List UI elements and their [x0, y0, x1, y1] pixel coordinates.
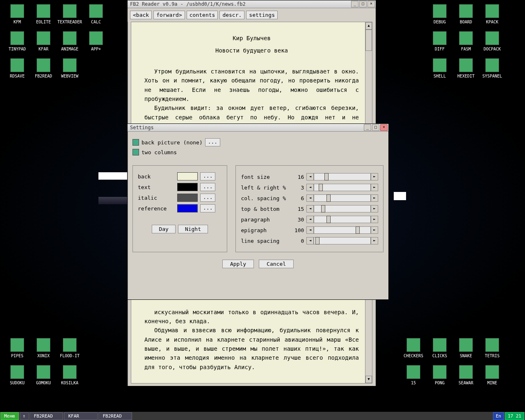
slider-track[interactable] [314, 184, 371, 191]
desktop-icon[interactable]: SUDOKU [4, 365, 30, 385]
settings-button[interactable]: settings [246, 11, 278, 19]
color-picker-button[interactable]: ... [200, 204, 215, 212]
browse-button[interactable]: ... [205, 138, 220, 146]
slider-left-icon[interactable]: ◄ [306, 216, 314, 223]
reference-color-swatch[interactable] [177, 204, 198, 212]
maximize-button[interactable]: □ [359, 1, 367, 7]
back-button[interactable]: <back [130, 11, 152, 19]
reader-titlebar[interactable]: FB2 Reader v0.9a - /usbhd0/1/K/news.fb2 … [128, 0, 376, 8]
desktop-icon[interactable]: CHECKERS [400, 338, 427, 358]
slider[interactable]: ◄► [306, 194, 378, 202]
desktop-icon[interactable]: GOMOKU [30, 365, 57, 385]
slider-left-icon[interactable]: ◄ [306, 184, 314, 191]
slider-left-icon[interactable]: ◄ [306, 226, 314, 234]
desktop-icon[interactable]: CALC [83, 4, 109, 24]
forward-button[interactable]: forward> [153, 11, 185, 19]
color-picker-button[interactable]: ... [200, 183, 215, 191]
slider-right-icon[interactable]: ► [371, 194, 378, 202]
slider-left-icon[interactable]: ◄ [306, 237, 314, 244]
slider-thumb[interactable] [326, 194, 331, 202]
slider-left-icon[interactable]: ◄ [306, 205, 314, 212]
close-button[interactable]: × [380, 124, 388, 131]
task-button[interactable]: FB2READ [30, 412, 63, 420]
color-picker-button[interactable]: ... [200, 194, 215, 202]
slider-track[interactable] [314, 237, 371, 244]
desktop-icon[interactable]: FB2READ [30, 58, 57, 78]
desktop-icon[interactable]: FLOOD-IT [57, 338, 83, 358]
scroll-thumb[interactable] [365, 30, 372, 51]
checkbox-icon[interactable] [132, 139, 139, 146]
slider-right-icon[interactable]: ► [371, 216, 378, 223]
scroll-up-icon[interactable]: ▲ [365, 22, 372, 30]
desktop-icon[interactable]: TINYPAD [4, 31, 30, 51]
desktop-icon[interactable]: TETRIS [479, 338, 505, 358]
desktop-icon[interactable]: EOLITE [30, 4, 57, 24]
desktop-icon[interactable]: KFAR [30, 31, 57, 51]
descr-button[interactable]: descr. [219, 11, 244, 19]
taskbar-button[interactable]: ⇑ [20, 412, 29, 420]
italic-color-swatch[interactable] [177, 194, 198, 202]
desktop-icon[interactable]: TEXTREADER [57, 4, 83, 24]
slider-thumb[interactable] [321, 205, 325, 212]
two-columns-checkbox[interactable]: two columns [132, 149, 383, 155]
desktop-icon[interactable]: PONG [427, 365, 453, 385]
desktop-icon[interactable]: BOARD [453, 4, 479, 24]
settings-titlebar[interactable]: Settings _ □ × [128, 124, 388, 132]
lang-button[interactable]: En [493, 412, 504, 420]
night-button[interactable]: Night [178, 225, 208, 233]
desktop-icon[interactable]: SEAWAR [453, 365, 479, 385]
task-button[interactable]: FB2READ [98, 412, 132, 420]
desktop-icon[interactable]: SNAKE [453, 338, 479, 358]
menu-button[interactable]: Меню [0, 412, 19, 420]
desktop-icon[interactable]: RDSAVE [4, 58, 30, 78]
slider-right-icon[interactable]: ► [371, 173, 378, 180]
slider[interactable]: ◄► [306, 216, 378, 223]
desktop-icon[interactable]: KFM [4, 4, 30, 24]
desktop-icon[interactable]: XONIX [30, 338, 57, 358]
slider[interactable]: ◄► [306, 205, 378, 212]
slider[interactable]: ◄► [306, 226, 378, 234]
desktop-icon[interactable]: DIFF [427, 31, 453, 51]
slider-thumb[interactable] [324, 173, 329, 180]
slider-thumb[interactable] [319, 184, 323, 191]
slider-track[interactable] [314, 226, 371, 234]
slider-left-icon[interactable]: ◄ [306, 173, 314, 180]
desktop-icon[interactable]: PIPES [4, 338, 30, 358]
slider-right-icon[interactable]: ► [371, 184, 378, 191]
slider-track[interactable] [314, 194, 371, 202]
minimize-button[interactable]: _ [351, 1, 358, 7]
desktop-icon[interactable]: KPACK [479, 4, 505, 24]
slider-thumb[interactable] [326, 216, 331, 223]
desktop-icon[interactable]: DOCPACK [479, 31, 505, 51]
color-picker-button[interactable]: ... [200, 172, 215, 180]
desktop-icon[interactable]: FASM [453, 31, 479, 51]
slider[interactable]: ◄► [306, 184, 378, 191]
slider-thumb[interactable] [315, 237, 320, 244]
close-button[interactable]: × [368, 1, 375, 7]
desktop-icon[interactable]: KOSILKA [57, 365, 83, 385]
apply-button[interactable]: Apply [222, 260, 254, 268]
slider[interactable]: ◄► [306, 237, 378, 244]
desktop-icon[interactable]: WEBVIEW [57, 58, 83, 78]
slider-right-icon[interactable]: ► [371, 237, 378, 244]
slider[interactable]: ◄► [306, 173, 378, 180]
desktop-icon[interactable]: APP+ [83, 31, 109, 51]
task-button[interactable]: KFAR [64, 412, 98, 420]
minimize-button[interactable]: _ [364, 124, 371, 131]
cancel-button[interactable]: Cancel [259, 260, 294, 268]
slider-track[interactable] [314, 205, 371, 212]
desktop-icon[interactable]: 15 [400, 365, 427, 385]
checkbox-icon[interactable] [132, 149, 139, 155]
contents-button[interactable]: contents [187, 11, 218, 19]
desktop-icon[interactable]: SHELL [427, 58, 453, 78]
day-button[interactable]: Day [152, 225, 175, 233]
text-color-swatch[interactable] [177, 183, 198, 191]
back-color-swatch[interactable] [177, 172, 198, 180]
desktop-icon[interactable]: MINE [479, 365, 505, 385]
slider-track[interactable] [314, 216, 371, 223]
scroll-down-icon[interactable]: ▼ [365, 376, 372, 383]
slider-right-icon[interactable]: ► [371, 205, 378, 212]
desktop-icon[interactable]: ANIMAGE [57, 31, 83, 51]
desktop-icon[interactable]: DEBUG [427, 4, 453, 24]
slider-track[interactable] [314, 173, 371, 180]
